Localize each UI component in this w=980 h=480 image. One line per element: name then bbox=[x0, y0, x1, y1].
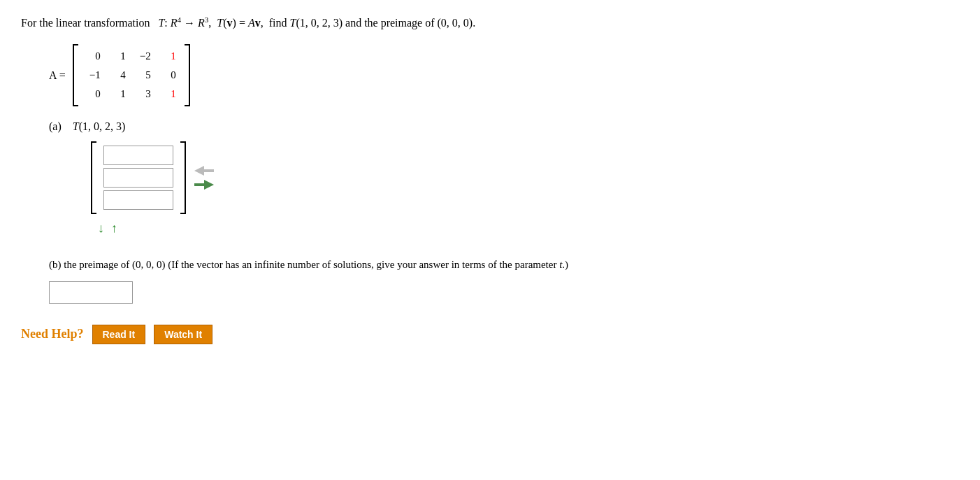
need-help-section: Need Help? Read It Watch It bbox=[21, 325, 959, 344]
matrix-label: A = bbox=[49, 69, 66, 82]
part-b-input-wrapper bbox=[49, 281, 959, 304]
gray-arrow-button[interactable] bbox=[194, 166, 214, 176]
matrix-row-3: 0 1 3 1 bbox=[87, 85, 176, 104]
answer-input-2[interactable] bbox=[103, 168, 173, 188]
svg-marker-0 bbox=[194, 166, 204, 176]
part-b-description: (b) the preimage of (0, 0, 0) (If the ve… bbox=[49, 257, 959, 273]
svg-rect-1 bbox=[204, 169, 214, 172]
part-b-input[interactable] bbox=[49, 281, 133, 304]
need-help-label: Need Help? bbox=[21, 327, 84, 341]
bracket-left bbox=[73, 44, 78, 106]
matrix-rows: 0 1 −2 1 −1 4 5 0 0 1 3 1 bbox=[81, 44, 182, 106]
read-it-button[interactable]: Read It bbox=[92, 325, 146, 344]
green-arrow-button[interactable] bbox=[194, 180, 214, 190]
bracket-right bbox=[185, 44, 190, 106]
answer-input-3[interactable] bbox=[103, 190, 173, 210]
watch-it-button[interactable]: Watch It bbox=[154, 325, 212, 344]
svg-rect-2 bbox=[194, 183, 204, 186]
vector-input-group bbox=[91, 141, 186, 214]
sort-down-button[interactable]: ↓ bbox=[96, 221, 106, 236]
matrix-section: A = 0 1 −2 1 −1 4 5 0 0 1 3 1 bbox=[49, 44, 959, 106]
arrows-section bbox=[194, 166, 214, 190]
vector-bracket-right bbox=[180, 141, 186, 214]
sort-up-button[interactable]: ↑ bbox=[110, 221, 119, 236]
vector-bracket-left bbox=[91, 141, 96, 214]
svg-marker-3 bbox=[204, 180, 214, 190]
matrix-A: 0 1 −2 1 −1 4 5 0 0 1 3 1 bbox=[73, 44, 190, 106]
gray-arrow-icon bbox=[194, 166, 214, 176]
green-arrow-icon bbox=[194, 180, 214, 190]
matrix-row-1: 0 1 −2 1 bbox=[87, 47, 176, 66]
problem-statement: For the linear transformation T: R4 → R3… bbox=[21, 14, 959, 31]
matrix-row-2: −1 4 5 0 bbox=[87, 66, 176, 85]
answer-vector bbox=[91, 141, 959, 214]
part-a-section: (a) T(1, 0, 2, 3) bbox=[49, 120, 959, 236]
vector-fields bbox=[99, 141, 178, 214]
answer-input-1[interactable] bbox=[103, 146, 173, 165]
part-b-section: (b) the preimage of (0, 0, 0) (If the ve… bbox=[49, 257, 959, 304]
part-a-label: (a) T(1, 0, 2, 3) bbox=[49, 120, 959, 133]
sort-arrows: ↓ ↑ bbox=[96, 221, 959, 236]
